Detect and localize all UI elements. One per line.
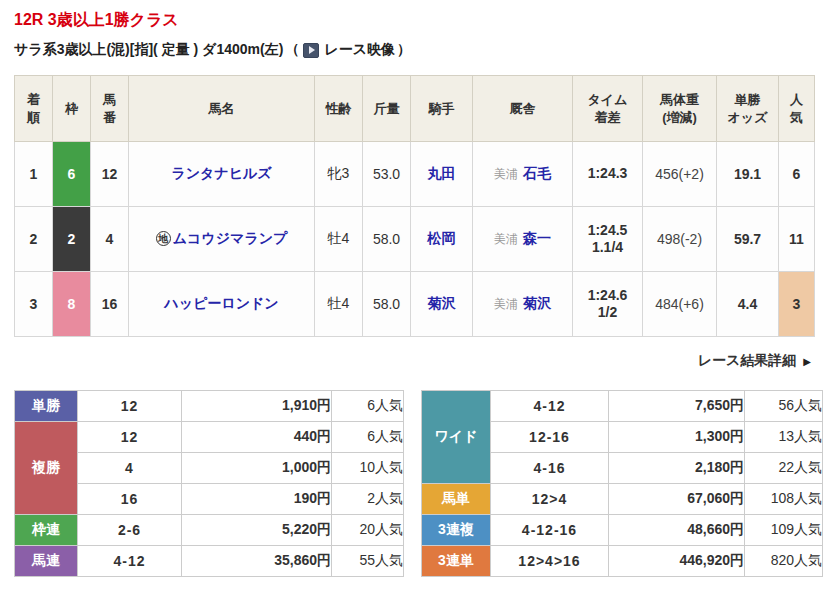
stable-area: 美浦 (494, 232, 518, 246)
payout-combo: 4-12-16 (491, 515, 609, 546)
payout-section: 単勝 12 1,910円 6人気 複勝 12 440円 6人気 4 1,000円… (14, 390, 823, 577)
payout-combo: 12-16 (491, 422, 609, 453)
payout-favorite: 13人気 (745, 422, 823, 453)
finish-time: 1:24.6 (575, 287, 640, 305)
weight-carried: 58.0 (363, 272, 411, 337)
race-video-link[interactable]: レース映像 (301, 41, 395, 59)
payout-favorite: 56人気 (745, 391, 823, 422)
race-result-detail-label: レース結果詳細 (698, 352, 797, 368)
race-result-detail-link[interactable]: レース結果詳細▶ (14, 352, 811, 370)
payout-row: 3連単 12>4>16 446,920円 820人気 (422, 546, 823, 577)
finish-position: 3 (15, 272, 53, 337)
trainer-link[interactable]: 菊沢 (523, 295, 551, 311)
finish-margin: 1/2 (575, 304, 640, 322)
payout-combo: 12 (78, 391, 182, 422)
race-result-page: 12R 3歳以上1勝クラス サラ系3歳以上(混)[指]( 定量 ) ダ1400m… (0, 0, 837, 577)
win-odds: 4.4 (717, 272, 779, 337)
paren-open: （ (285, 41, 299, 59)
horse-name-link[interactable]: ハッピーロンドン (164, 295, 278, 311)
payout-combo: 4-12 (491, 391, 609, 422)
payout-amount: 446,920円 (609, 546, 745, 577)
payout-row: 馬単 12>4 67,060円 108人気 (422, 484, 823, 515)
horse-name-link[interactable]: ムコウジマランプ (173, 230, 288, 246)
payout-amount: 1,300円 (609, 422, 745, 453)
bet-type-wide: ワイド (422, 391, 491, 484)
bet-type-place: 複勝 (15, 422, 78, 515)
payout-table-left: 単勝 12 1,910円 6人気 複勝 12 440円 6人気 4 1,000円… (14, 390, 404, 577)
horse-number: 16 (91, 272, 129, 337)
race-conditions-text: サラ系3歳以上(混)[指]( 定量 ) ダ1400m(左) (14, 41, 283, 59)
payout-combo: 12 (78, 422, 182, 453)
payout-row: 3連複 4-12-16 48,660円 109人気 (422, 515, 823, 546)
horse-name-cell: ランタナヒルズ (129, 142, 315, 207)
stable-area: 美浦 (494, 297, 518, 311)
horse-name-cell: ハッピーロンドン (129, 272, 315, 337)
payout-combo: 4-16 (491, 453, 609, 484)
trainer-link[interactable]: 森一 (523, 230, 551, 246)
payout-row: 馬連 4-12 35,860円 55人気 (15, 546, 404, 577)
payout-amount: 35,860円 (182, 546, 332, 577)
payout-row: 複勝 12 440円 6人気 (15, 422, 404, 453)
payout-row: 単勝 12 1,910円 6人気 (15, 391, 404, 422)
payout-amount: 1,910円 (182, 391, 332, 422)
payout-row: 枠連 2-6 5,220円 20人気 (15, 515, 404, 546)
bet-type-exacta: 馬単 (422, 484, 491, 515)
payout-amount: 1,000円 (182, 453, 332, 484)
payout-favorite: 10人気 (332, 453, 404, 484)
win-odds: 59.7 (717, 207, 779, 272)
weight-carried: 58.0 (363, 207, 411, 272)
horse-weight: 498(-2) (643, 207, 717, 272)
time-margin-cell: 1:24.6 1/2 (573, 272, 643, 337)
payout-amount: 2,180円 (609, 453, 745, 484)
payout-row: ワイド 4-12 7,650円 56人気 (422, 391, 823, 422)
bracket-number: 8 (53, 272, 91, 337)
finish-margin: 1.1/4 (575, 239, 640, 257)
result-row-1: 1 6 12 ランタナヒルズ 牝3 53.0 丸田 美浦石毛 1:24.3 45… (15, 142, 815, 207)
payout-favorite: 6人気 (332, 422, 404, 453)
bet-type-quinella: 馬連 (15, 546, 78, 577)
payout-favorite: 2人気 (332, 484, 404, 515)
col-header-jockey: 騎手 (411, 76, 473, 142)
col-header-favorite: 人 気 (779, 76, 815, 142)
stable-cell: 美浦石毛 (473, 142, 573, 207)
stable-cell: 美浦森一 (473, 207, 573, 272)
payout-combo: 12>4>16 (491, 546, 609, 577)
jockey-cell: 菊沢 (411, 272, 473, 337)
payout-amount: 7,650円 (609, 391, 745, 422)
trainer-link[interactable]: 石毛 (523, 165, 551, 181)
col-header-stable: 厩舎 (473, 76, 573, 142)
race-results-table: 着 順 枠 馬 番 馬名 性齢 斤量 騎手 厩舎 タイム 着差 馬体重 (増減)… (14, 75, 815, 337)
col-header-horse-weight: 馬体重 (増減) (643, 76, 717, 142)
payout-favorite: 820人気 (745, 546, 823, 577)
right-arrow-icon: ▶ (803, 356, 811, 367)
bet-type-win: 単勝 (15, 391, 78, 422)
result-row-2: 2 2 4 地ムコウジマランプ 牡4 58.0 松岡 美浦森一 1:24.5 1… (15, 207, 815, 272)
bracket-number: 6 (53, 142, 91, 207)
col-header-horse-name: 馬名 (129, 76, 315, 142)
payout-combo: 12>4 (491, 484, 609, 515)
horse-weight: 456(+2) (643, 142, 717, 207)
jockey-link[interactable]: 松岡 (428, 230, 456, 246)
col-header-weight-carried: 斤量 (363, 76, 411, 142)
payout-favorite: 109人気 (745, 515, 823, 546)
jockey-link[interactable]: 丸田 (428, 165, 456, 181)
page-title: 12R 3歳以上1勝クラス (14, 10, 823, 31)
favorite-rank: 11 (779, 207, 815, 272)
sex-age: 牡4 (315, 272, 363, 337)
local-horse-mark: 地 (156, 231, 171, 246)
stable-cell: 美浦菊沢 (473, 272, 573, 337)
win-odds: 19.1 (717, 142, 779, 207)
col-header-win-odds: 単勝 オッズ (717, 76, 779, 142)
bet-type-bracket-quinella: 枠連 (15, 515, 78, 546)
payout-amount: 67,060円 (609, 484, 745, 515)
payout-amount: 440円 (182, 422, 332, 453)
payout-combo: 2-6 (78, 515, 182, 546)
favorite-rank: 6 (779, 142, 815, 207)
time-margin-cell: 1:24.3 (573, 142, 643, 207)
col-header-sex-age: 性齢 (315, 76, 363, 142)
finish-time: 1:24.5 (575, 222, 640, 240)
results-header-row: 着 順 枠 馬 番 馬名 性齢 斤量 騎手 厩舎 タイム 着差 馬体重 (増減)… (15, 76, 815, 142)
jockey-link[interactable]: 菊沢 (428, 295, 456, 311)
sex-age: 牝3 (315, 142, 363, 207)
horse-name-link[interactable]: ランタナヒルズ (171, 165, 271, 181)
